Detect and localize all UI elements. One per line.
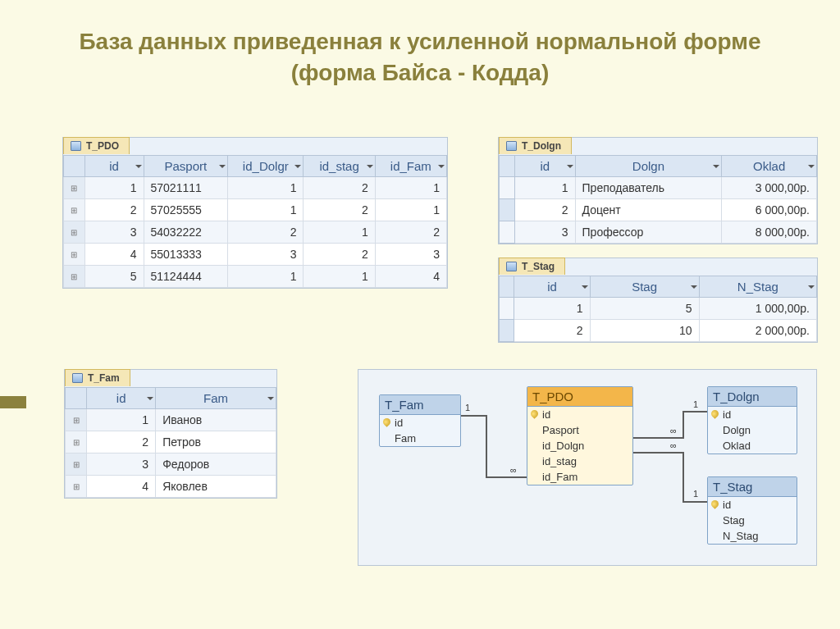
expand-icon[interactable]: ⊞ [66, 454, 87, 476]
relation-line [486, 415, 487, 476]
relation-label-many: ∞ [670, 426, 677, 435]
table-row[interactable]: ⊞157021111121 [64, 177, 447, 199]
entity-pdo[interactable]: T_PDO id Pasport id_Dolgn id_stag id_Fam [527, 386, 633, 485]
table-dolgn: id Dolgn Oklad 1Преподаватель3 000,00р. … [499, 155, 817, 244]
dropdown-icon [808, 165, 815, 168]
table-row[interactable]: ⊞1Иванов [66, 409, 276, 431]
table-fam: id Fam ⊞1Иванов ⊞2Петров ⊞3Федоров ⊞4Яко… [65, 387, 276, 498]
dropdown-icon [582, 285, 588, 289]
table-tab-label: T_Stag [522, 261, 555, 272]
table-row[interactable]: ⊞455013333323 [64, 244, 447, 266]
expand-icon[interactable]: ⊞ [66, 431, 87, 454]
dropdown-icon [135, 165, 142, 168]
entity-field: Dolgn [708, 422, 797, 438]
table-tab-pdo[interactable]: T_PDO [63, 137, 130, 154]
table-window-pdo: T_PDO id Pasport id_Dolgr id_stag id_Fam… [62, 137, 448, 289]
entity-field: id [708, 407, 797, 422]
expand-icon[interactable]: ⊞ [64, 177, 85, 199]
entity-field: id [527, 407, 632, 422]
entity-dolgn[interactable]: T_Dolgn id Dolgn Oklad [707, 386, 797, 454]
table-tab-dolgn[interactable]: T_Dolgn [499, 137, 572, 154]
dropdown-icon [691, 285, 697, 289]
table-row[interactable]: 1Преподаватель3 000,00р. [500, 177, 817, 199]
col-id[interactable]: id [84, 156, 144, 177]
entity-field: Oklad [708, 438, 797, 454]
col-id-fam[interactable]: id_Fam [375, 156, 446, 177]
entity-field: id_Fam [527, 469, 632, 485]
col-dolgn[interactable]: Dolgn [575, 156, 722, 177]
expand-icon[interactable]: ⊞ [66, 409, 87, 431]
entity-field: id [708, 497, 797, 513]
entity-field: Fam [380, 431, 460, 446]
relation-label-many: ∞ [510, 465, 517, 475]
table-row[interactable]: ⊞3Федоров [66, 454, 276, 476]
table-row[interactable]: 2102 000,00р. [500, 320, 817, 342]
entity-title: T_Dolgn [708, 387, 797, 407]
relation-line [486, 476, 527, 478]
table-icon [71, 141, 81, 151]
slide-decoration [0, 396, 26, 408]
expand-icon[interactable]: ⊞ [64, 199, 85, 221]
expand-icon[interactable]: ⊞ [66, 476, 87, 498]
table-row[interactable]: ⊞2Петров [66, 431, 276, 454]
relation-line [633, 452, 682, 454]
col-id-stag[interactable]: id_stag [304, 156, 375, 177]
col-id[interactable]: id [514, 276, 590, 298]
dropdown-icon [267, 397, 274, 400]
table-row[interactable]: ⊞354032222212 [64, 221, 447, 244]
entity-title: T_Fam [380, 395, 460, 415]
table-pdo: id Pasport id_Dolgr id_stag id_Fam ⊞1570… [63, 155, 447, 288]
col-id[interactable]: id [87, 388, 156, 409]
entity-stag[interactable]: T_Stag id Stag N_Stag [707, 476, 797, 545]
col-id-dolgr[interactable]: id_Dolgr [228, 156, 304, 177]
relation-label-many: ∞ [670, 440, 677, 450]
dropdown-icon [219, 165, 226, 168]
dropdown-icon [438, 165, 445, 168]
expand-icon[interactable]: ⊞ [64, 244, 85, 266]
relation-label-one: 1 [693, 399, 698, 409]
col-fam[interactable]: Fam [156, 388, 276, 409]
entity-field: id [380, 415, 460, 431]
col-pasport[interactable]: Pasport [144, 156, 228, 177]
entity-field: Stag [708, 513, 797, 528]
table-tab-label: T_Fam [88, 372, 120, 384]
expand-icon[interactable]: ⊞ [64, 266, 85, 288]
col-id[interactable]: id [514, 156, 575, 177]
row-selector-header[interactable] [64, 156, 85, 177]
relation-line [682, 501, 707, 503]
relation-line [682, 411, 684, 439]
table-row[interactable]: 2Доцент6 000,00р. [500, 199, 817, 221]
dropdown-icon [294, 165, 301, 168]
table-row[interactable]: ⊞551124444114 [64, 266, 447, 288]
entity-title: T_Stag [708, 477, 797, 497]
row-selector-header[interactable] [500, 276, 514, 298]
expand-icon[interactable]: ⊞ [64, 221, 85, 244]
col-oklad[interactable]: Oklad [722, 156, 817, 177]
table-row[interactable]: ⊞4Яковлев [66, 476, 276, 498]
table-stag: id Stag N_Stag 151 000,00р. 2102 000,00р… [499, 276, 817, 342]
table-tab-stag[interactable]: T_Stag [499, 258, 565, 275]
dropdown-icon [567, 165, 573, 168]
entity-field: N_Stag [708, 528, 797, 544]
relation-line [682, 411, 707, 412]
dropdown-icon [808, 285, 815, 289]
relation-label-one: 1 [465, 403, 470, 412]
entity-fam[interactable]: T_Fam id Fam [379, 394, 461, 447]
table-window-fam: T_Fam id Fam ⊞1Иванов ⊞2Петров ⊞3Федоров… [64, 369, 277, 499]
row-selector-header[interactable] [500, 156, 515, 177]
col-stag[interactable]: Stag [590, 276, 699, 298]
table-tab-label: T_Dolgn [522, 140, 561, 152]
page-title: База данных приведенная к усиленной норм… [0, 0, 840, 97]
relationship-diagram: T_Fam id Fam T_PDO id Pasport id_Dolgn i… [358, 369, 817, 566]
table-window-dolgn: T_Dolgn id Dolgn Oklad 1Преподаватель3 0… [498, 137, 818, 244]
entity-title: T_PDO [527, 387, 632, 407]
row-selector-header[interactable] [66, 388, 87, 409]
table-tab-fam[interactable]: T_Fam [65, 369, 130, 386]
col-nstag[interactable]: N_Stag [699, 276, 816, 298]
table-row[interactable]: 151 000,00р. [500, 298, 817, 320]
entity-field: Pasport [527, 422, 632, 438]
table-row[interactable]: ⊞257025555121 [64, 199, 447, 221]
entity-field: id_Dolgn [527, 438, 632, 454]
dropdown-icon [147, 397, 153, 400]
table-row[interactable]: 3Профессор8 000,00р. [500, 221, 817, 244]
